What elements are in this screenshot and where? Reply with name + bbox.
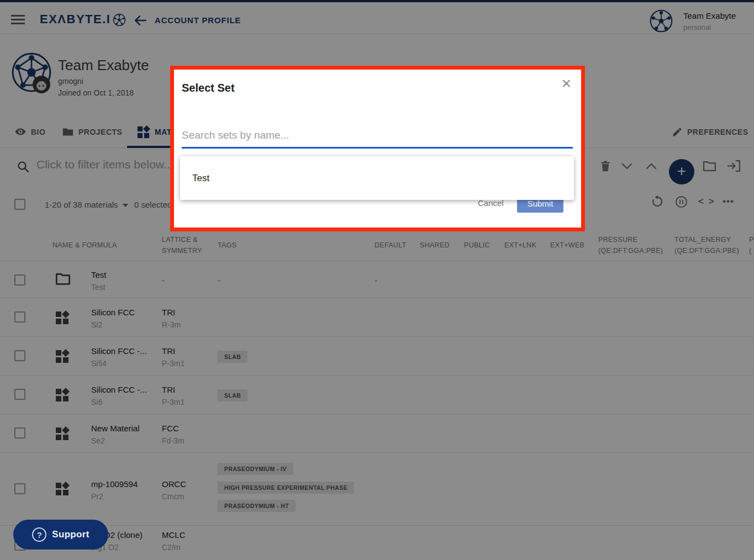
modal-title: Select Set bbox=[182, 82, 235, 94]
support-label: Support bbox=[52, 529, 89, 540]
help-icon: ? bbox=[32, 527, 46, 542]
account-profile-page: EXΛBYTE.I ACCOUNT PROFILE bbox=[0, 0, 754, 560]
select-set-modal: Select Set × Cancel Submit bbox=[170, 66, 585, 231]
set-option-test[interactable]: Test bbox=[180, 173, 574, 184]
set-options-dropdown: Test bbox=[180, 156, 574, 200]
close-icon[interactable]: × bbox=[561, 75, 571, 92]
set-search-input[interactable] bbox=[182, 129, 573, 149]
support-button[interactable]: ? Support bbox=[13, 520, 108, 550]
